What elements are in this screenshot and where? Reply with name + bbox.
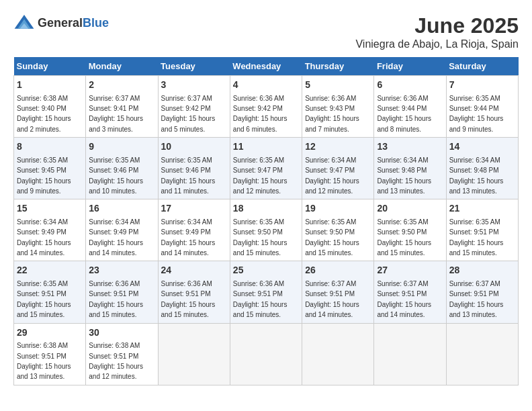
header-monday: Monday bbox=[86, 57, 158, 76]
table-row: 17Sunrise: 6:34 AMSunset: 9:49 PMDayligh… bbox=[158, 199, 230, 261]
table-row: 15Sunrise: 6:34 AMSunset: 9:49 PMDayligh… bbox=[14, 199, 86, 261]
table-row: 11Sunrise: 6:35 AMSunset: 9:47 PMDayligh… bbox=[230, 138, 302, 199]
table-row: 1Sunrise: 6:38 AMSunset: 9:40 PMDaylight… bbox=[14, 76, 86, 138]
table-row: 13Sunrise: 6:34 AMSunset: 9:48 PMDayligh… bbox=[374, 138, 446, 199]
table-row: 7Sunrise: 6:35 AMSunset: 9:44 PMDaylight… bbox=[446, 76, 518, 138]
table-row: 2Sunrise: 6:37 AMSunset: 9:41 PMDaylight… bbox=[86, 76, 158, 138]
table-row bbox=[158, 323, 230, 385]
table-row bbox=[302, 323, 374, 385]
logo-general: General bbox=[38, 16, 83, 30]
calendar-week-row: 29Sunrise: 6:38 AMSunset: 9:51 PMDayligh… bbox=[14, 323, 519, 385]
table-row: 18Sunrise: 6:35 AMSunset: 9:50 PMDayligh… bbox=[230, 199, 302, 261]
table-row: 12Sunrise: 6:34 AMSunset: 9:47 PMDayligh… bbox=[302, 138, 374, 199]
table-row: 28Sunrise: 6:37 AMSunset: 9:51 PMDayligh… bbox=[446, 261, 518, 323]
header-thursday: Thursday bbox=[302, 57, 374, 76]
logo-icon bbox=[13, 13, 35, 32]
calendar-week-row: 15Sunrise: 6:34 AMSunset: 9:49 PMDayligh… bbox=[14, 199, 519, 261]
table-row: 27Sunrise: 6:37 AMSunset: 9:51 PMDayligh… bbox=[374, 261, 446, 323]
calendar-subtitle: Viniegra de Abajo, La Rioja, Spain bbox=[355, 38, 519, 50]
header-saturday: Saturday bbox=[446, 57, 518, 76]
table-row bbox=[446, 323, 518, 385]
logo-blue: Blue bbox=[83, 16, 109, 30]
table-row: 21Sunrise: 6:35 AMSunset: 9:51 PMDayligh… bbox=[446, 199, 518, 261]
header-wednesday: Wednesday bbox=[230, 57, 302, 76]
table-row: 16Sunrise: 6:34 AMSunset: 9:49 PMDayligh… bbox=[86, 199, 158, 261]
title-area: June 2025 Viniegra de Abajo, La Rioja, S… bbox=[355, 13, 519, 50]
header-sunday: Sunday bbox=[14, 57, 86, 76]
calendar-table: Sunday Monday Tuesday Wednesday Thursday… bbox=[13, 57, 519, 385]
calendar-week-row: 1Sunrise: 6:38 AMSunset: 9:40 PMDaylight… bbox=[14, 76, 519, 138]
calendar-title: June 2025 bbox=[355, 13, 519, 38]
table-row: 19Sunrise: 6:35 AMSunset: 9:50 PMDayligh… bbox=[302, 199, 374, 261]
logo: GeneralBlue bbox=[13, 13, 109, 32]
table-row: 23Sunrise: 6:36 AMSunset: 9:51 PMDayligh… bbox=[86, 261, 158, 323]
table-row: 26Sunrise: 6:37 AMSunset: 9:51 PMDayligh… bbox=[302, 261, 374, 323]
table-row: 29Sunrise: 6:38 AMSunset: 9:51 PMDayligh… bbox=[14, 323, 86, 385]
table-row bbox=[230, 323, 302, 385]
table-row: 6Sunrise: 6:36 AMSunset: 9:44 PMDaylight… bbox=[374, 76, 446, 138]
table-row: 20Sunrise: 6:35 AMSunset: 9:50 PMDayligh… bbox=[374, 199, 446, 261]
table-row: 8Sunrise: 6:35 AMSunset: 9:45 PMDaylight… bbox=[14, 138, 86, 199]
table-row: 22Sunrise: 6:35 AMSunset: 9:51 PMDayligh… bbox=[14, 261, 86, 323]
table-row: 5Sunrise: 6:36 AMSunset: 9:43 PMDaylight… bbox=[302, 76, 374, 138]
table-row: 25Sunrise: 6:36 AMSunset: 9:51 PMDayligh… bbox=[230, 261, 302, 323]
header-tuesday: Tuesday bbox=[158, 57, 230, 76]
calendar-week-row: 8Sunrise: 6:35 AMSunset: 9:45 PMDaylight… bbox=[14, 138, 519, 199]
table-row bbox=[374, 323, 446, 385]
table-row: 10Sunrise: 6:35 AMSunset: 9:46 PMDayligh… bbox=[158, 138, 230, 199]
header-friday: Friday bbox=[374, 57, 446, 76]
calendar-week-row: 22Sunrise: 6:35 AMSunset: 9:51 PMDayligh… bbox=[14, 261, 519, 323]
calendar-header-row: Sunday Monday Tuesday Wednesday Thursday… bbox=[14, 57, 519, 76]
table-row: 30Sunrise: 6:38 AMSunset: 9:51 PMDayligh… bbox=[86, 323, 158, 385]
page-header: GeneralBlue June 2025 Viniegra de Abajo,… bbox=[13, 13, 519, 50]
table-row: 14Sunrise: 6:34 AMSunset: 9:48 PMDayligh… bbox=[446, 138, 518, 199]
table-row: 9Sunrise: 6:35 AMSunset: 9:46 PMDaylight… bbox=[86, 138, 158, 199]
logo-text: GeneralBlue bbox=[38, 16, 109, 30]
table-row: 3Sunrise: 6:37 AMSunset: 9:42 PMDaylight… bbox=[158, 76, 230, 138]
table-row: 24Sunrise: 6:36 AMSunset: 9:51 PMDayligh… bbox=[158, 261, 230, 323]
table-row: 4Sunrise: 6:36 AMSunset: 9:42 PMDaylight… bbox=[230, 76, 302, 138]
